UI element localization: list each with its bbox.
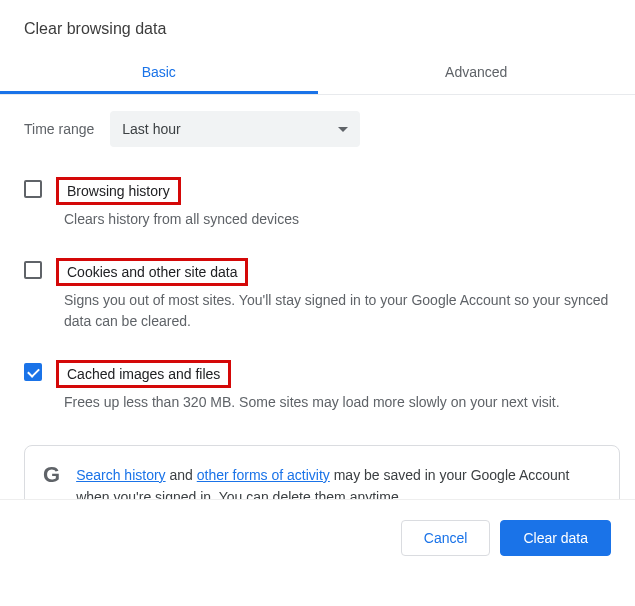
cancel-button[interactable]: Cancel [401, 520, 491, 556]
dialog-footer: Cancel Clear data [0, 500, 635, 576]
checkbox-browsing-history[interactable] [24, 180, 42, 198]
link-other-activity[interactable]: other forms of activity [197, 467, 330, 483]
option-cache: Cached images and files Frees up less th… [24, 350, 620, 431]
google-icon: G [43, 464, 60, 486]
dialog-title: Clear browsing data [24, 20, 611, 38]
time-range-select[interactable]: Last hour [110, 111, 360, 147]
time-range-row: Time range Last hour [24, 111, 620, 147]
time-range-value: Last hour [122, 121, 180, 137]
tab-indicator [0, 91, 318, 94]
checkbox-cookies[interactable] [24, 261, 42, 279]
option-title-cookies: Cookies and other site data [56, 258, 248, 286]
tab-advanced[interactable]: Advanced [318, 50, 636, 94]
dialog-body: Time range Last hour Browsing history Cl… [0, 95, 635, 500]
link-search-history[interactable]: Search history [76, 467, 165, 483]
google-account-notice: G Search history and other forms of acti… [24, 445, 620, 500]
checkbox-cache[interactable] [24, 363, 42, 381]
notice-text: Search history and other forms of activi… [76, 464, 601, 500]
option-desc-cookies: Signs you out of most sites. You'll stay… [64, 290, 620, 332]
clear-data-button[interactable]: Clear data [500, 520, 611, 556]
option-browsing-history: Browsing history Clears history from all… [24, 167, 620, 248]
tab-basic[interactable]: Basic [0, 50, 318, 94]
time-range-label: Time range [24, 121, 94, 137]
tab-bar: Basic Advanced [0, 50, 635, 95]
option-cookies: Cookies and other site data Signs you ou… [24, 248, 620, 350]
option-desc-history: Clears history from all synced devices [64, 209, 620, 230]
dropdown-icon [338, 127, 348, 132]
option-title-history: Browsing history [56, 177, 181, 205]
option-desc-cache: Frees up less than 320 MB. Some sites ma… [64, 392, 620, 413]
option-title-cache: Cached images and files [56, 360, 231, 388]
